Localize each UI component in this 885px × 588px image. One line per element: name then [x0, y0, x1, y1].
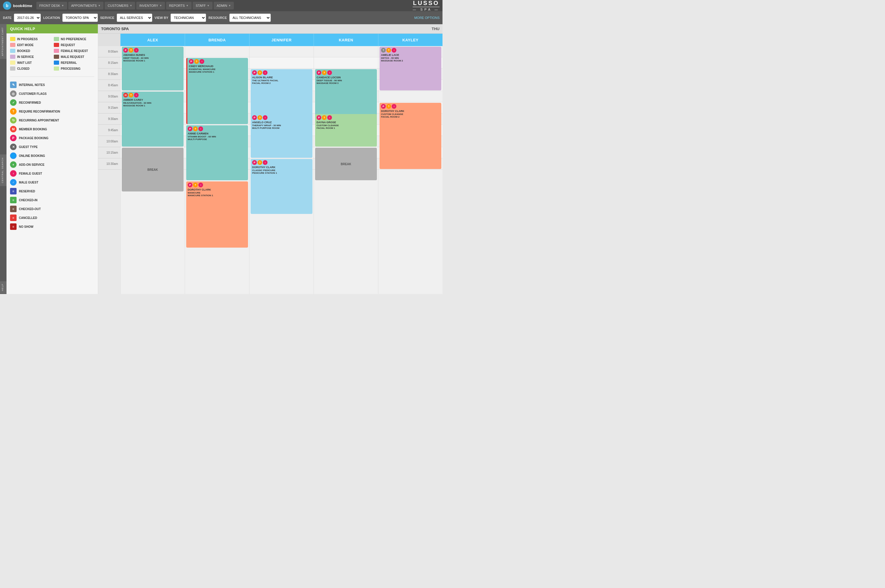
- view-by-label: VIEW BY: [155, 16, 168, 20]
- appt-icon: P: [123, 48, 128, 52]
- service-select[interactable]: ALL SERVICES: [117, 14, 152, 22]
- appt-customer-name: DOROTHY CLARK: [381, 110, 440, 113]
- appt-room: MASSAGE ROOM 1: [123, 59, 182, 62]
- tech-column-4: ??♀AMELIE LACEDETOX - 90 MINMASSAGE ROOM…: [378, 46, 443, 294]
- appointment-card[interactable]: ??♀AMELIE LACEDETOX - 90 MINMASSAGE ROOM…: [380, 46, 441, 90]
- appt-icon: ?: [194, 59, 199, 64]
- legend-no-preference: NO PREFERENCE: [54, 37, 95, 41]
- calendar-header: TORONTO SPA THU: [98, 24, 443, 34]
- app-logo-icon: b: [3, 2, 11, 10]
- nav-front-desk[interactable]: FRONT DESK ▼: [36, 2, 67, 9]
- technician-headers: ALEX BRENDA JENNIFER KAREN KAYLEY: [98, 34, 443, 46]
- appointment-card[interactable]: P?♀CINDY MERCHAUDESSENTIAL MANICUREMANIC…: [186, 58, 248, 124]
- tech-columns: P?♀AMANDA NUNESDEEP TISSUE - 60 MINMASSA…: [120, 46, 443, 294]
- appt-icon: ?: [322, 70, 327, 75]
- appointment-card[interactable]: P?♀AMANDA NUNESDEEP TISSUE - 60 MINMASSA…: [122, 46, 183, 90]
- legend-color-male-request: [54, 55, 59, 59]
- appt-icon: P: [381, 104, 386, 109]
- appointment-card[interactable]: P?♀ANGELO CRUZTHERAPY WRAP - 30 MINMULTI…: [251, 114, 313, 158]
- appt-icon: P: [252, 70, 257, 75]
- appointment-card[interactable]: P?♀DOROTHY CLARKCUSTOM CLEANSEFACIAL ROO…: [380, 103, 441, 169]
- time-row: [185, 46, 249, 57]
- reserved-icon: ≡: [10, 188, 17, 194]
- appt-customer-name: CINDY MERCHAUD: [189, 65, 246, 68]
- time-slot: 9:00am: [98, 91, 120, 102]
- appt-service: VITAMIN BOOST - 60 MIN: [188, 135, 246, 138]
- view-by-select[interactable]: TECHNICIAN: [171, 14, 206, 22]
- nav-reports[interactable]: REPORTS ▼: [166, 2, 192, 9]
- appointment-card[interactable]: P?♀ANNIE CARMENVITAMIN BOOST - 60 MINMUL…: [186, 125, 248, 180]
- appt-customer-name: ALISON BLAIRE: [252, 76, 311, 79]
- legend-color-edit-mode: [10, 43, 15, 47]
- legend-reserved: ≡ RESERVED: [10, 188, 94, 194]
- sidebar-appointment-cart[interactable]: APPOINTMENT CART: [0, 24, 6, 59]
- legend-internal-notes: ✎ INTERNAL NOTES: [10, 81, 94, 88]
- legend-customer-flags: ◎ CUSTOMER FLAGS: [10, 90, 94, 97]
- tech-header-brenda: BRENDA: [185, 34, 249, 46]
- require-reconfirmation-icon: ?: [10, 108, 17, 115]
- legend-male-request: MALE REQUEST: [54, 55, 95, 59]
- nav-inventory[interactable]: INVENTORY ▼: [136, 2, 165, 9]
- appt-room: MULTI PURPOSE: [188, 138, 246, 141]
- time-slot: 9:45am: [98, 125, 120, 136]
- appt-icon: ♀: [263, 70, 267, 75]
- appointment-card[interactable]: P?♀DOROTHY CLARKMANICUREMANICURE STATION…: [186, 182, 248, 248]
- appt-icons: P?♀: [189, 59, 246, 64]
- time-slot: 8:00am: [98, 46, 120, 57]
- online-booking-icon: 🌐: [10, 153, 17, 159]
- appt-icon: ♀: [200, 59, 204, 64]
- appt-customer-name: DOROTHY CLARK: [188, 188, 246, 192]
- legend-color-in-service: [10, 55, 15, 59]
- appt-icon: ♀: [392, 104, 397, 109]
- resource-select[interactable]: ALL TECHNICIANS: [229, 14, 271, 22]
- more-options-button[interactable]: MORE OPTIONS: [414, 16, 440, 20]
- nav-staff[interactable]: STAFF ▼: [193, 2, 213, 9]
- calendar-day: THU: [431, 27, 440, 31]
- legend-color-female-request: [54, 49, 59, 53]
- legend-recurring: ↻ RECURRING APPOINTMENT: [10, 117, 94, 123]
- appt-icon: ?: [193, 126, 198, 131]
- legend-online-booking: 🌐 ONLINE BOOKING: [10, 153, 94, 159]
- appt-service: THE ULTIMATE FACIAL: [252, 79, 311, 82]
- sidebar-central-search[interactable]: CENTRAL SEARCH: [0, 154, 6, 186]
- location-label: LOCATION: [43, 16, 60, 20]
- appt-icon: P: [188, 183, 192, 188]
- legend-grid: IN PROGRESS NO PREFERENCE EDIT MODE REQU…: [6, 33, 98, 74]
- appt-icons: P?♀: [252, 160, 311, 165]
- nav-appointments[interactable]: APPOINTMENTS ▼: [68, 2, 104, 9]
- nav-admin[interactable]: ADMIN ▼: [214, 2, 234, 9]
- legend-in-progress: IN PROGRESS: [10, 37, 51, 41]
- legend-female-guest: ♀ FEMALE GUEST: [10, 170, 94, 177]
- legend-no-show: ≡ NO SHOW: [10, 224, 94, 230]
- appt-service: DETOX - 90 MIN: [381, 57, 440, 60]
- quick-help-panel: QUICK HELP IN PROGRESS NO PREFERENCE EDI…: [6, 24, 98, 294]
- appointment-card[interactable]: H?♀AMBER CAREYREJUVENATION - 60 MINMASSA…: [122, 92, 183, 147]
- toolbar: DATE 2017-01-26 LOCATION TORONTO SPA SER…: [0, 11, 443, 24]
- app-name: book4time: [13, 3, 32, 8]
- date-select[interactable]: 2017-01-26: [14, 14, 41, 22]
- appt-icon: ?: [386, 104, 391, 109]
- legend-color-no-preference: [54, 37, 59, 41]
- appointment-card[interactable]: P?♀DOROTHY CLARKCLASSIC PEDICUREPEDICURE…: [251, 159, 313, 214]
- sidebar-help[interactable]: HELP: [0, 281, 6, 293]
- nav-customers[interactable]: CUSTOMERS ▼: [105, 2, 135, 9]
- calendar-body: 8:00am8:15am8:30am8:45am9:00am9:15am9:30…: [98, 46, 443, 294]
- appt-icon: ♀: [392, 48, 397, 52]
- time-row: [249, 57, 314, 69]
- time-slot: 10:15am: [98, 147, 120, 158]
- appt-icons: P?♀: [252, 115, 311, 120]
- time-row: [249, 46, 314, 57]
- location-select[interactable]: TORONTO SPA: [62, 14, 98, 22]
- tech-column-2: P?♀ALISON BLAIRETHE ULTIMATE FACIALFACIA…: [249, 46, 314, 294]
- appt-customer-name: CANDACE LOCSIN: [317, 76, 376, 79]
- appt-icons: P?♀: [252, 70, 311, 75]
- appt-service: CUSTOM CLEANSE: [317, 124, 376, 127]
- legend-icon-list: ✎ INTERNAL NOTES ◎ CUSTOMER FLAGS ✓ RECO…: [6, 79, 98, 232]
- appt-icon: H: [123, 93, 128, 98]
- appointment-card[interactable]: P?♀DAYNA GROSECUSTOM CLEANSEFACIAL ROOM …: [315, 114, 377, 147]
- appt-customer-name: ANGELO CRUZ: [252, 121, 311, 124]
- appt-icon: ?: [257, 70, 262, 75]
- appt-service: ESSENTIAL MANICURE: [189, 68, 246, 71]
- appt-icon: P: [252, 115, 257, 120]
- legend-female-request: FEMALE REQUEST: [54, 49, 95, 53]
